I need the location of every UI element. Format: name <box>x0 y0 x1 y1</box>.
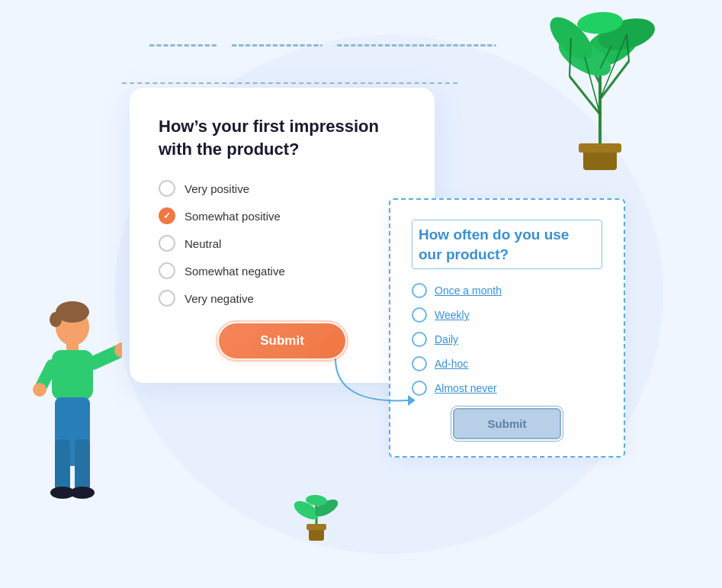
option-ad-hoc[interactable]: Ad-hoc <box>412 356 602 371</box>
option-somewhat-negative[interactable]: Somewhat negative <box>159 262 406 279</box>
svg-marker-37 <box>408 395 416 406</box>
label-ad-hoc: Ad-hoc <box>435 358 468 370</box>
label-daily: Daily <box>435 333 458 345</box>
radio-daily[interactable] <box>412 332 427 347</box>
label-weekly: Weekly <box>435 309 470 321</box>
dashed-seg-2 <box>231 44 322 47</box>
main-card-title: How’s your first impression with the pro… <box>159 115 406 160</box>
option-weekly[interactable]: Weekly <box>412 307 602 323</box>
radio-somewhat-negative[interactable] <box>159 262 175 279</box>
radio-weekly[interactable] <box>412 307 427 323</box>
label-very-negative: Very negative <box>185 292 254 305</box>
svg-point-18 <box>50 312 62 327</box>
radio-once-month[interactable] <box>412 283 427 298</box>
person-illustration <box>23 298 122 527</box>
svg-point-25 <box>33 383 47 397</box>
radio-somewhat-positive[interactable] <box>159 207 175 224</box>
option-very-negative[interactable]: Very negative <box>159 290 406 307</box>
radio-very-positive[interactable] <box>159 180 175 197</box>
svg-point-30 <box>70 487 95 499</box>
dashed-seg-3 <box>336 44 496 47</box>
label-somewhat-positive: Somewhat positive <box>185 210 281 223</box>
option-somewhat-positive[interactable]: Somewhat positive <box>159 207 406 224</box>
option-once-month[interactable]: Once a month <box>412 283 602 298</box>
svg-rect-32 <box>306 524 326 530</box>
svg-rect-20 <box>52 350 93 400</box>
label-almost-never: Almost never <box>435 382 497 394</box>
connector-arrow <box>328 351 419 419</box>
main-submit-button[interactable]: Submit <box>219 323 345 358</box>
svg-rect-27 <box>55 439 70 493</box>
secondary-submit-button[interactable]: Submit <box>453 408 562 439</box>
label-very-positive: Very positive <box>185 182 249 195</box>
svg-rect-28 <box>75 439 90 493</box>
option-very-positive[interactable]: Very positive <box>159 180 406 197</box>
radio-very-negative[interactable] <box>159 290 175 307</box>
dashed-seg-long <box>122 82 457 84</box>
label-somewhat-negative: Somewhat negative <box>185 265 285 278</box>
radio-neutral[interactable] <box>159 235 175 252</box>
option-almost-never[interactable]: Almost never <box>412 381 602 396</box>
dashed-decoration-top <box>149 44 496 47</box>
option-neutral[interactable]: Neutral <box>159 235 406 252</box>
option-daily[interactable]: Daily <box>412 332 602 347</box>
plant-decoration-top-right <box>539 8 661 175</box>
dashed-decoration-2 <box>122 82 457 84</box>
label-neutral: Neutral <box>185 237 221 250</box>
plant-decoration-bottom <box>290 489 343 542</box>
svg-rect-1 <box>579 143 621 153</box>
label-once-month: Once a month <box>435 284 502 297</box>
survey-card-secondary: How often do you use our product? Once a… <box>389 198 625 458</box>
secondary-card-title: How often do you use our product? <box>412 220 602 269</box>
dashed-seg-1 <box>149 44 217 47</box>
